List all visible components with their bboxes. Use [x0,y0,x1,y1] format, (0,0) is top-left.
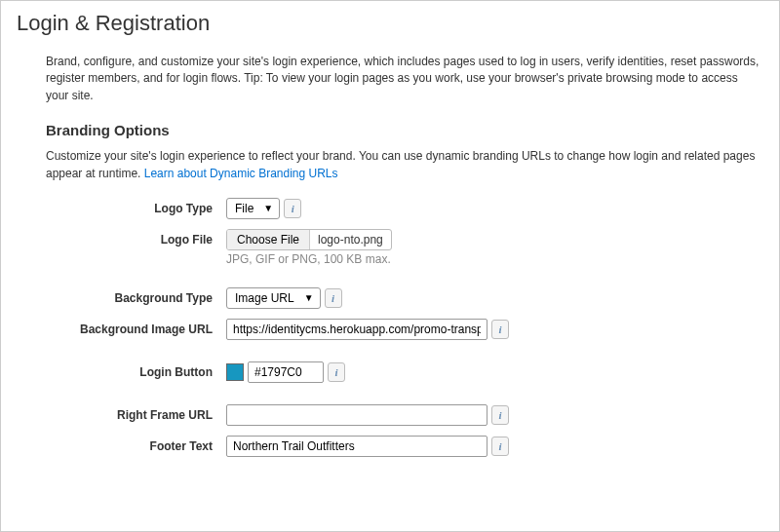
login-button-row: Login Button i [17,361,763,383]
logo-type-select[interactable]: File ▼ [226,198,280,219]
login-button-color-swatch[interactable] [226,363,244,381]
chevron-down-icon: ▼ [304,292,314,303]
branding-section-title: Branding Options [46,122,763,138]
logo-type-info-icon[interactable]: i [284,199,301,218]
background-image-url-info-icon[interactable]: i [491,320,509,339]
background-type-info-icon[interactable]: i [325,288,342,308]
login-registration-panel: Login & Registration Brand, configure, a… [0,0,780,532]
branding-section-description: Customize your site's login experience t… [46,148,763,182]
logo-file-name: logo-nto.png [310,233,391,247]
background-type-label: Background Type [17,291,226,305]
page-title: Login & Registration [17,11,763,36]
logo-type-label: Logo Type [17,202,226,215]
right-frame-url-label: Right Frame URL [17,408,226,422]
footer-text-label: Footer Text [17,439,226,453]
login-button-info-icon[interactable]: i [328,362,345,382]
logo-type-value: File [235,202,254,215]
logo-file-hint: JPG, GIF or PNG, 100 KB max. [226,252,763,266]
background-image-url-input[interactable] [226,319,488,340]
background-type-value: Image URL [235,291,294,305]
footer-text-info-icon[interactable]: i [491,437,509,456]
right-frame-url-info-icon[interactable]: i [491,405,509,425]
background-type-select[interactable]: Image URL ▼ [226,287,321,309]
logo-file-input[interactable]: Choose File logo-nto.png [226,229,392,250]
logo-type-row: Logo Type File ▼ i [17,198,763,219]
choose-file-button[interactable]: Choose File [227,230,310,249]
background-image-url-row: Background Image URL i [17,319,763,340]
page-description: Brand, configure, and customize your sit… [46,54,763,104]
login-button-color-input[interactable] [248,361,324,383]
background-type-row: Background Type Image URL ▼ i [17,287,763,309]
chevron-down-icon: ▼ [263,203,273,213]
footer-text-row: Footer Text i [17,436,763,457]
background-image-url-label: Background Image URL [17,323,226,336]
footer-text-input[interactable] [226,436,488,457]
login-button-label: Login Button [17,365,226,379]
logo-file-row: Logo File Choose File logo-nto.png [17,229,763,250]
right-frame-url-input[interactable] [226,404,488,426]
dynamic-branding-link[interactable]: Learn about Dynamic Branding URLs [144,167,338,180]
logo-file-label: Logo File [17,233,226,247]
right-frame-url-row: Right Frame URL i [17,404,763,426]
